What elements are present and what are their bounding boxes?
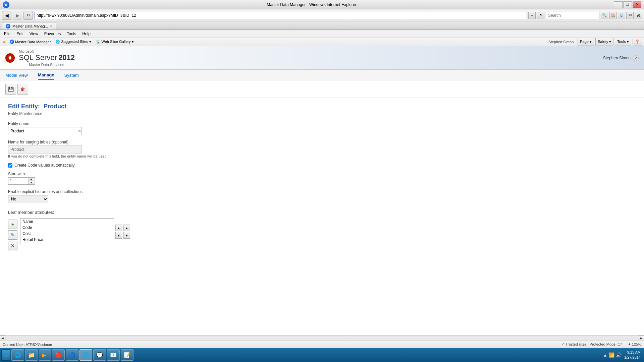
edit-attribute-button[interactable]: ✎ bbox=[8, 230, 17, 240]
save-toolbar-button[interactable]: 💾 bbox=[5, 84, 16, 95]
spinner-down-button[interactable]: ▼ bbox=[29, 181, 34, 185]
search-input[interactable] bbox=[546, 12, 599, 19]
list-move-up-button[interactable]: ▲ bbox=[123, 225, 130, 231]
add-attribute-button[interactable]: + bbox=[8, 220, 17, 229]
tab-label: Master Data Manag... bbox=[12, 24, 48, 28]
status-trusted-text: ✓ Trusted sites | Protected Mode: Off bbox=[561, 342, 623, 347]
mds-logo: Microsoft SQL Server 2012 Master Data Se… bbox=[5, 49, 75, 67]
page-title: Edit Entity: Product bbox=[8, 103, 636, 110]
spinner-buttons: ▲ ▼ bbox=[29, 178, 34, 184]
fav-suggested-label: Suggested Sites ▾ bbox=[61, 40, 91, 44]
list-scroll-down-button[interactable]: ▼ bbox=[115, 232, 122, 239]
staging-name-input[interactable] bbox=[8, 145, 82, 154]
save-icon: 💾 bbox=[8, 86, 14, 92]
staging-name-group: Name for staging tables (optional): If y… bbox=[8, 140, 636, 158]
nav-tabs: Model View Manage System bbox=[0, 70, 644, 81]
back-button[interactable]: ◀ bbox=[2, 11, 11, 20]
fav-suggested[interactable]: 🌐 Suggested Sites ▾ bbox=[54, 39, 92, 45]
refresh-small-button[interactable]: ↻ bbox=[537, 12, 544, 19]
refresh-button[interactable]: ↻ bbox=[23, 11, 33, 20]
page-menu-button[interactable]: Page ▾ bbox=[578, 38, 594, 46]
tab-close-button[interactable]: ✕ bbox=[50, 24, 53, 28]
close-button[interactable]: ✕ bbox=[633, 1, 641, 8]
hierarchies-group: Enable explicit hierarchies and collecti… bbox=[8, 189, 636, 203]
spinner-up-button[interactable]: ▲ bbox=[29, 178, 34, 181]
address-input[interactable] bbox=[34, 12, 527, 19]
delete-attribute-button[interactable]: ✕ bbox=[8, 241, 17, 250]
list-move-down-button[interactable]: ▼ bbox=[123, 232, 130, 239]
feeds-button[interactable]: 📡 bbox=[618, 12, 625, 19]
page-subtitle: Entity Maintenance bbox=[8, 111, 636, 116]
help-button[interactable]: ❓ bbox=[633, 38, 642, 46]
attributes-area: + ✎ ✕ Name Code Cost Retail Price ▲ ▼ bbox=[8, 218, 636, 250]
start-with-label: Start with: bbox=[8, 172, 636, 176]
status-user-text: Current User: ATRION\ssimon bbox=[3, 343, 52, 347]
hierarchies-select[interactable]: No Yes bbox=[8, 195, 48, 203]
create-code-checkbox[interactable] bbox=[8, 163, 12, 168]
menu-favorites[interactable]: Favorites bbox=[42, 31, 63, 37]
scroll-left-button[interactable]: ◄ bbox=[0, 336, 5, 341]
menu-edit[interactable]: Edit bbox=[14, 31, 26, 37]
list-scroll-buttons: ▲ ▼ bbox=[115, 218, 122, 245]
menu-view[interactable]: View bbox=[27, 31, 41, 37]
tab-bar: e Master Data Manag... ✕ bbox=[0, 21, 644, 30]
header-sqlserver-text: SQL Server bbox=[19, 53, 57, 62]
fav-webslice-icon: 📡 bbox=[96, 40, 101, 44]
fav-webslice[interactable]: 📡 Web Slice Gallery ▾ bbox=[95, 39, 135, 45]
favorites-bar: ★ e Master Data Manager 🌐 Suggested Site… bbox=[0, 38, 644, 46]
browser-tab[interactable]: e Master Data Manag... ✕ bbox=[2, 22, 56, 29]
header-year-text: 2012 bbox=[58, 53, 75, 62]
nav-tab-system[interactable]: System bbox=[64, 71, 78, 80]
status-zoom-text: ✦ 125% bbox=[628, 342, 641, 347]
page-title-entity: Product bbox=[44, 103, 66, 110]
restore-button[interactable]: ❐ bbox=[623, 1, 632, 8]
create-code-row: Create Code values automatically bbox=[8, 163, 636, 168]
safety-menu-button[interactable]: Safety ▾ bbox=[595, 38, 613, 46]
window-controls: − ❐ ✕ bbox=[614, 1, 641, 8]
staging-name-label: Name for staging tables (optional): bbox=[8, 140, 636, 144]
minimize-button[interactable]: − bbox=[614, 1, 623, 8]
nav-tab-manage[interactable]: Manage bbox=[38, 70, 54, 80]
entity-name-input-wrap: ✕ bbox=[8, 127, 82, 135]
list-item[interactable]: Code bbox=[20, 225, 114, 231]
go-button[interactable]: → bbox=[528, 12, 536, 19]
search-submit-button[interactable]: 🔍 bbox=[601, 12, 608, 19]
forward-button[interactable]: ▶ bbox=[13, 11, 22, 20]
fav-mds[interactable]: e Master Data Manager bbox=[8, 39, 52, 45]
nav-tab-modelview[interactable]: Model View bbox=[5, 71, 28, 80]
list-move-buttons: ▲ ▼ bbox=[123, 218, 130, 245]
header-microsoft-text: Microsoft bbox=[19, 49, 75, 53]
menu-help[interactable]: Help bbox=[79, 31, 93, 37]
entity-name-input[interactable] bbox=[8, 127, 82, 135]
scroll-track[interactable] bbox=[5, 336, 639, 341]
scroll-right-button[interactable]: ► bbox=[639, 336, 644, 341]
menu-bar: File Edit View Favorites Tools Help bbox=[0, 30, 644, 38]
address-bar-area: ◀ ▶ ↻ → ↻ 🔍 🏠 📡 ✉ 🖨 bbox=[0, 9, 644, 21]
page-title-prefix: Edit Entity: bbox=[8, 103, 40, 110]
print-button[interactable]: 🖨 bbox=[635, 12, 642, 19]
list-item[interactable]: Retail Price bbox=[20, 237, 114, 243]
list-item[interactable]: Cost bbox=[20, 231, 114, 237]
read-mail-button[interactable]: ✉ bbox=[626, 12, 634, 19]
window-title: Master Data Manager - Windows Internet E… bbox=[9, 2, 614, 7]
list-scroll-up-button[interactable]: ▲ bbox=[115, 225, 122, 231]
header-brand: Microsoft SQL Server 2012 Master Data Se… bbox=[19, 49, 75, 67]
attribute-list-wrap: Name Code Cost Retail Price ▲ ▼ ▲ ▼ bbox=[20, 218, 130, 245]
mds-header: Microsoft SQL Server 2012 Master Data Se… bbox=[0, 46, 644, 70]
horizontal-scrollbar: ◄ ► bbox=[0, 335, 644, 341]
tools-menu-button[interactable]: Tools ▾ bbox=[615, 38, 631, 46]
start-with-input[interactable] bbox=[8, 178, 29, 184]
list-item[interactable]: Name bbox=[20, 219, 114, 225]
cancel-toolbar-button[interactable]: 🗑 bbox=[17, 84, 28, 95]
header-subtitle-text: Master Data Services bbox=[19, 63, 75, 67]
menu-tools[interactable]: Tools bbox=[64, 31, 79, 37]
fav-webslice-label: Web Slice Gallery ▾ bbox=[102, 40, 134, 44]
home-button[interactable]: 🏠 bbox=[609, 12, 617, 19]
attribute-listbox[interactable]: Name Code Cost Retail Price bbox=[20, 218, 114, 245]
staging-hint-text: If you do not complete this field, the e… bbox=[8, 154, 636, 158]
menu-file[interactable]: File bbox=[1, 31, 13, 37]
header-help-button[interactable]: ? bbox=[633, 55, 639, 61]
entity-name-clear-button[interactable]: ✕ bbox=[78, 129, 81, 133]
cancel-icon: 🗑 bbox=[20, 86, 25, 92]
create-code-label: Create Code values automatically bbox=[14, 163, 74, 168]
